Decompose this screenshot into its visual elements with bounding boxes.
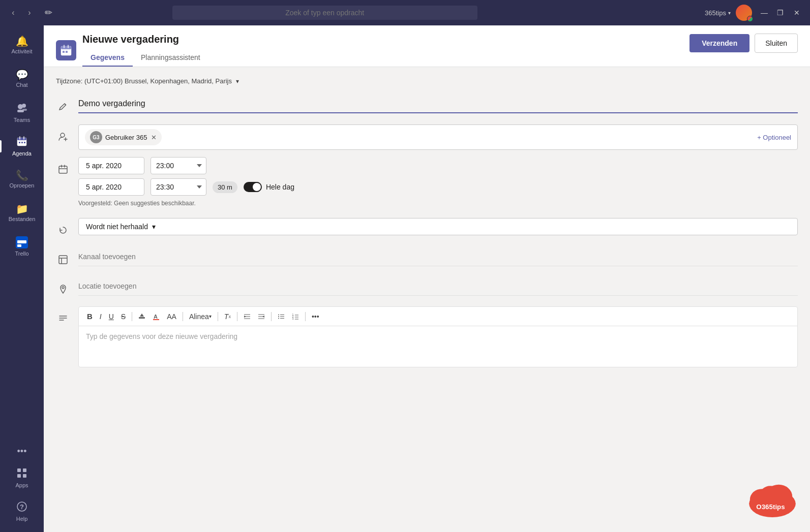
start-date-input[interactable]: 5 apr. 2020 <box>78 157 144 174</box>
start-datetime-row: 5 apr. 2020 23:00 <box>78 157 798 174</box>
help-icon: ? <box>16 501 27 514</box>
svg-rect-37 <box>139 317 145 319</box>
svg-rect-22 <box>66 51 68 53</box>
more-apps-icon[interactable]: ••• <box>13 442 31 461</box>
underline-button[interactable]: U <box>106 310 117 323</box>
sidebar-item-bestanden[interactable]: 📁 Bestanden <box>0 197 44 230</box>
avatar-badge <box>747 16 753 22</box>
toolbar-divider <box>183 312 183 321</box>
svg-text:A: A <box>154 314 158 320</box>
richtext-row: B I U S A <box>56 306 798 367</box>
attendee-initials: G3 <box>93 135 99 140</box>
tab-planningsassistent[interactable]: Planningsassistent <box>133 49 208 67</box>
sidebar: 🔔 Activiteit 💬 Chat Teams <box>0 25 44 532</box>
svg-rect-12 <box>23 468 26 472</box>
user-menu[interactable]: 365tips ▾ <box>705 9 731 17</box>
paragraph-button[interactable]: Alinea ▾ <box>186 310 215 323</box>
bold-button[interactable]: B <box>84 310 96 323</box>
strikethrough-button[interactable]: S <box>118 310 129 323</box>
optional-button[interactable]: + Optioneel <box>757 134 791 141</box>
clear-format-button[interactable]: Tx <box>221 310 234 323</box>
meeting-header: Nieuwe vergadering Gegevens Planningsass… <box>44 25 810 67</box>
meeting-tabs: Gegevens Planningsassistent <box>82 49 208 67</box>
sidebar-item-label: Oproepen <box>10 182 35 189</box>
attendee-chip: G3 Gebruiker 365 ✕ <box>85 129 162 145</box>
channel-input[interactable] <box>78 247 798 266</box>
highlight-button[interactable] <box>135 311 148 322</box>
sidebar-item-oproepen[interactable]: 📞 Oproepen <box>0 164 44 196</box>
all-day-toggle-switch[interactable] <box>244 182 262 192</box>
richtext-content: B I U S A <box>78 306 798 367</box>
svg-point-64 <box>760 486 781 505</box>
indent-left-button[interactable] <box>241 311 254 322</box>
font-color-button[interactable]: A <box>149 311 163 322</box>
end-date-input[interactable]: 5 apr. 2020 <box>78 178 144 196</box>
sidebar-item-help[interactable]: ? Help <box>0 495 44 528</box>
svg-rect-18 <box>61 46 71 49</box>
remove-attendee-button[interactable]: ✕ <box>151 134 157 141</box>
richtext-icon <box>56 308 70 329</box>
more-options-button[interactable]: ••• <box>309 310 322 323</box>
chat-icon: 💬 <box>16 70 28 80</box>
clear-label: T <box>224 312 229 321</box>
sidebar-item-activiteit[interactable]: 🔔 Activiteit <box>0 29 44 62</box>
recurrence-select[interactable]: Wordt niet herhaald ▾ <box>78 218 798 235</box>
location-icon <box>56 279 70 299</box>
calendar-icon <box>16 136 27 148</box>
compose-icon[interactable]: ✏ <box>41 5 56 20</box>
svg-point-33 <box>62 287 64 289</box>
avatar[interactable] <box>736 5 752 21</box>
attendees-row: G3 Gebruiker 365 ✕ + Optioneel <box>56 124 798 150</box>
svg-point-50 <box>278 316 279 317</box>
search-input[interactable] <box>172 6 477 20</box>
rich-text-toolbar: B I U S A <box>79 307 797 326</box>
paragraph-label: Alinea <box>189 312 209 321</box>
sidebar-item-teams[interactable]: Teams <box>0 97 44 129</box>
sidebar-item-label: Teams <box>14 117 30 123</box>
start-time-select[interactable]: 23:00 <box>151 157 206 174</box>
chevron-down-icon: ▾ <box>152 223 156 231</box>
svg-rect-8 <box>19 142 20 143</box>
svg-marker-48 <box>262 316 264 318</box>
sidebar-item-agenda[interactable]: Agenda <box>0 130 44 163</box>
sidebar-item-chat[interactable]: 💬 Chat <box>0 63 44 96</box>
svg-point-1 <box>18 104 23 109</box>
svg-rect-9 <box>21 142 23 143</box>
main-layout: 🔔 Activiteit 💬 Chat Teams <box>0 25 810 532</box>
svg-rect-10 <box>24 142 25 143</box>
meeting-body-input[interactable]: Typ de gegevens voor deze nieuwe vergade… <box>79 326 797 367</box>
sidebar-item-label: Bestanden <box>9 216 36 223</box>
send-button[interactable]: Verzenden <box>689 34 749 52</box>
user-name: 365tips <box>705 9 726 17</box>
font-size-button[interactable]: AA <box>164 310 179 323</box>
numbered-list-button[interactable]: 1. 2. 3. <box>289 311 302 322</box>
toolbar-divider <box>218 312 218 321</box>
title-input[interactable] <box>78 95 798 113</box>
sidebar-item-apps[interactable]: Apps <box>0 462 44 494</box>
attendees-box[interactable]: G3 Gebruiker 365 ✕ + Optioneel <box>78 124 798 150</box>
bullet-list-button[interactable] <box>275 311 288 322</box>
forward-button[interactable]: › <box>22 6 37 20</box>
italic-button[interactable]: I <box>97 310 105 323</box>
minimize-button[interactable]: — <box>757 6 771 20</box>
sidebar-item-trello[interactable]: Trello <box>0 231 44 263</box>
end-time-select[interactable]: 23:30 <box>151 178 206 196</box>
location-input[interactable] <box>78 277 798 296</box>
close-window-button[interactable]: ✕ <box>790 6 804 20</box>
recurrence-row: Wordt niet herhaald ▾ <box>56 218 798 240</box>
timezone-label: Tijdzone: (UTC+01:00) Brussel, Kopenhage… <box>56 77 232 85</box>
attendees-input-area[interactable]: G3 Gebruiker 365 ✕ + Optioneel <box>78 124 798 150</box>
datetime-row: 5 apr. 2020 23:00 5 apr. 2020 23:30 30 m <box>56 157 798 211</box>
channel-icon <box>56 249 70 270</box>
svg-text:?: ? <box>20 503 24 511</box>
cloud-badge[interactable]: O365tips <box>747 479 798 520</box>
apps-icon <box>16 467 27 480</box>
sidebar-item-label: Activiteit <box>12 48 33 55</box>
indent-right-button[interactable] <box>255 311 268 322</box>
tab-gegevens[interactable]: Gegevens <box>82 49 133 67</box>
maximize-button[interactable]: ❐ <box>773 6 788 20</box>
back-button[interactable]: ‹ <box>6 6 20 20</box>
close-meeting-button[interactable]: Sluiten <box>755 34 798 53</box>
timezone-chevron-icon[interactable]: ▾ <box>236 78 239 85</box>
sidebar-item-label: Agenda <box>12 150 32 157</box>
